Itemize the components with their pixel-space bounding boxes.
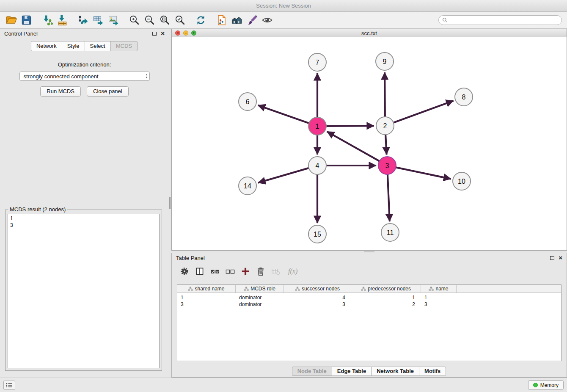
network-window: × − + scc.txt 7968123410141511 <box>171 29 567 251</box>
memory-button[interactable]: Memory <box>528 380 564 390</box>
zoom-fit-icon <box>159 14 171 26</box>
graph-edge-1-6[interactable] <box>258 105 309 123</box>
export-image-button[interactable] <box>106 13 121 28</box>
paintbrush-icon <box>246 14 258 26</box>
table-cell[interactable]: 3 <box>177 301 236 308</box>
import-table-button[interactable] <box>55 13 70 28</box>
delete-table-button[interactable] <box>271 267 281 276</box>
table-tab-motifs[interactable]: Motifs <box>419 367 446 376</box>
optimization-label: Optimization criterion: <box>0 61 169 68</box>
main-toolbar <box>0 12 567 29</box>
table-cell[interactable]: 3 <box>284 301 351 308</box>
table-cell[interactable]: 4 <box>284 294 351 301</box>
graph-edge-2-8[interactable] <box>394 101 454 123</box>
graph-edge-1-2[interactable] <box>326 126 374 126</box>
zoom-window-icon[interactable]: + <box>191 30 196 36</box>
graph-node-label-3: 3 <box>385 162 389 169</box>
table-panel: Table Panel × <box>171 253 567 378</box>
optimization-dropdown[interactable]: strongly connected component ▲▼ <box>19 72 150 81</box>
graph-edge-3-10[interactable] <box>396 167 451 179</box>
vertical-splitter-handle[interactable] <box>169 197 171 209</box>
control-tab-style[interactable]: Style <box>62 41 85 51</box>
window-controls: × − + <box>175 30 196 36</box>
export-table-button[interactable] <box>91 13 106 28</box>
table-row[interactable]: 1dominator411 <box>177 294 561 301</box>
float-panel-icon[interactable] <box>152 32 157 36</box>
export-network-button[interactable] <box>75 13 91 28</box>
show-columns-button[interactable] <box>195 267 204 276</box>
app-window: Session: New Session <box>0 0 567 392</box>
close-window-icon[interactable]: × <box>175 30 180 36</box>
table-row[interactable]: 3dominator323 <box>177 301 561 308</box>
close-control-panel-icon[interactable]: × <box>161 30 165 36</box>
open-folder-icon <box>6 14 17 26</box>
save-floppy-icon <box>21 14 32 26</box>
refresh-icon <box>195 14 206 26</box>
function-builder-icon[interactable]: f(x) <box>288 268 297 275</box>
table-settings-button[interactable] <box>180 267 189 276</box>
network-graph[interactable]: 7968123410141511 <box>172 37 567 250</box>
run-mcds-button[interactable]: Run MCDS <box>40 86 81 97</box>
columns-icon <box>195 267 204 276</box>
deselect-all-button[interactable] <box>226 267 235 276</box>
network-canvas[interactable]: 7968123410141511 <box>172 37 567 250</box>
column-header-mcds-role[interactable]: MCDS role <box>236 285 284 293</box>
zoom-fit-button[interactable] <box>157 13 172 28</box>
search-input[interactable] <box>438 15 562 25</box>
table-cell[interactable]: dominator <box>236 301 284 308</box>
control-tab-network[interactable]: Network <box>31 41 62 51</box>
open-session-button[interactable] <box>3 13 19 28</box>
show-hide-button[interactable] <box>259 13 275 28</box>
delete-table-icon <box>271 267 281 276</box>
column-header-name[interactable]: name <box>421 285 457 293</box>
column-header-shared-name[interactable]: shared name <box>177 285 236 293</box>
network-from-selection-button[interactable] <box>214 13 229 28</box>
apply-style-button[interactable] <box>244 13 259 28</box>
control-panel-header: Control Panel × <box>0 29 169 38</box>
zoom-out-button[interactable] <box>142 13 157 28</box>
control-tab-select[interactable]: Select <box>85 41 111 51</box>
window-titlebar[interactable]: Session: New Session <box>0 0 567 12</box>
table-tab-network-table[interactable]: Network Table <box>371 367 419 376</box>
empty-boxes-icon <box>226 267 235 276</box>
close-table-panel-icon[interactable]: × <box>559 255 562 261</box>
column-header-predecessor-nodes[interactable]: predecessor nodes <box>351 285 421 293</box>
add-row-button[interactable] <box>241 267 250 276</box>
minimize-window-icon[interactable]: − <box>183 30 188 36</box>
refresh-view-button[interactable] <box>193 13 208 28</box>
network-window-titlebar[interactable]: × − + scc.txt <box>172 29 567 37</box>
graph-edge-2-9[interactable] <box>385 72 385 117</box>
table-cell[interactable]: 1 <box>351 294 421 301</box>
graph-node-label-9: 9 <box>383 58 387 65</box>
table-tab-node-table[interactable]: Node Table <box>292 367 332 376</box>
first-neighbors-button[interactable] <box>229 13 244 28</box>
network-document-icon <box>216 14 227 26</box>
select-all-button[interactable] <box>210 267 220 276</box>
delete-row-button[interactable] <box>256 267 265 276</box>
close-panel-button[interactable]: Close panel <box>87 86 129 97</box>
table-cell[interactable]: 1 <box>421 294 457 301</box>
zoom-selected-button[interactable] <box>172 13 187 28</box>
task-history-button[interactable] <box>3 381 15 390</box>
table-cell[interactable]: 3 <box>421 301 457 308</box>
zoom-in-button[interactable] <box>127 13 142 28</box>
houses-icon <box>231 14 242 26</box>
graph-edge-4-14[interactable] <box>258 168 309 183</box>
control-panel-title: Control Panel <box>4 30 38 37</box>
table-cell[interactable]: dominator <box>236 294 284 301</box>
graph-edge-3-1[interactable] <box>327 132 380 161</box>
float-table-panel-icon[interactable] <box>550 256 554 260</box>
import-network-button[interactable] <box>39 13 55 28</box>
table-cell[interactable]: 2 <box>351 301 421 308</box>
table-cell[interactable]: 1 <box>177 294 236 301</box>
table-panel-header: Table Panel × <box>172 253 567 262</box>
graph-edge-3-11[interactable] <box>388 174 390 221</box>
memory-status-icon <box>533 383 538 387</box>
control-tab-mcds[interactable]: MCDS <box>110 41 138 51</box>
table-tab-edge-table[interactable]: Edge Table <box>332 367 372 376</box>
graph-edge-2-3[interactable] <box>385 135 387 155</box>
column-type-icon <box>244 287 249 291</box>
column-header-successor-nodes[interactable]: successor nodes <box>284 285 351 293</box>
mcds-result-list[interactable]: 13 <box>8 214 160 368</box>
save-session-button[interactable] <box>19 13 34 28</box>
